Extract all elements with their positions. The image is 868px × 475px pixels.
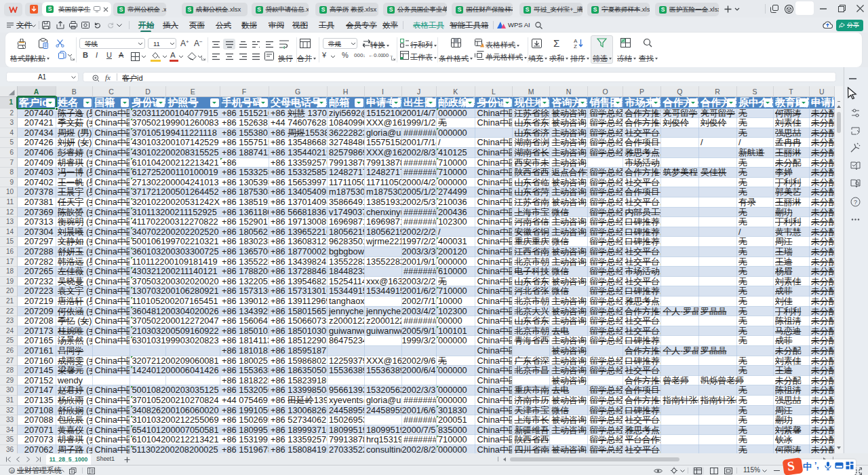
svg-text:?: ? xyxy=(854,199,857,206)
svg-text:Z: Z xyxy=(574,43,577,48)
svg-text:@: @ xyxy=(10,469,14,473)
